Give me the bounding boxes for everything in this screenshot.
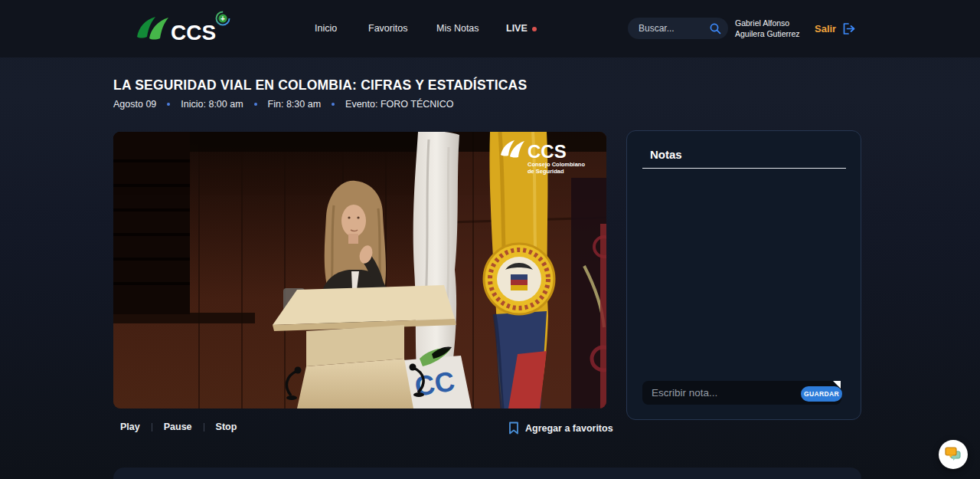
page-title: LA SEGURIDAD VIAL EN COLOMBIA: CIFRAS Y … bbox=[113, 77, 527, 94]
user-name: Gabriel Alfonso Aguilera Gutierrez bbox=[735, 18, 800, 39]
chat-bubbles-icon bbox=[944, 446, 962, 463]
meta-dot bbox=[167, 103, 170, 106]
play-button[interactable]: Play bbox=[120, 422, 140, 432]
app-root: CCS + Inicio Favoritos Mis Notas LIVE Ga… bbox=[0, 0, 980, 479]
live-label: LIVE bbox=[506, 23, 528, 34]
event-meta: Agosto 09 Inicio: 8:00 am Fin: 8:30 am E… bbox=[113, 99, 454, 110]
logout-icon bbox=[841, 22, 857, 35]
logout-button[interactable]: Salir bbox=[815, 22, 857, 35]
nav-item-mis-notas[interactable]: Mis Notas bbox=[436, 23, 479, 34]
live-indicator-dot bbox=[532, 27, 537, 31]
control-separator bbox=[204, 423, 204, 431]
top-navbar: CCS + Inicio Favoritos Mis Notas LIVE Ga… bbox=[0, 0, 980, 57]
event-start-time: Inicio: 8:00 am bbox=[181, 99, 243, 110]
ccs-logo[interactable]: CCS + bbox=[134, 11, 234, 48]
nav-item-inicio[interactable]: Inicio bbox=[315, 23, 337, 34]
watermark-caption2: de Seguridad bbox=[528, 168, 564, 175]
notes-panel: Notas GUARDAR bbox=[626, 130, 861, 420]
event-type: Evento: FORO TÉCNICO bbox=[345, 99, 453, 110]
nav-item-favoritos[interactable]: Favoritos bbox=[368, 23, 407, 34]
user-name-line2: Aguilera Gutierrez bbox=[735, 28, 800, 39]
add-to-favorites-button[interactable]: Agregar a favoritos bbox=[508, 422, 613, 435]
favorite-label: Agregar a favoritos bbox=[525, 423, 613, 434]
chat-widget-button[interactable] bbox=[939, 440, 968, 469]
nav-item-live[interactable]: LIVE bbox=[506, 23, 537, 34]
notes-title: Notas bbox=[650, 148, 682, 161]
search-input[interactable] bbox=[639, 23, 709, 34]
event-date: Agosto 09 bbox=[113, 99, 156, 110]
video-still: CC bbox=[113, 132, 606, 408]
plus-badge: + bbox=[220, 15, 225, 23]
pause-button[interactable]: Pause bbox=[164, 422, 192, 432]
stop-button[interactable]: Stop bbox=[216, 422, 237, 432]
save-note-button[interactable]: GUARDAR bbox=[801, 386, 842, 402]
video-controls: Play Pause Stop bbox=[120, 422, 237, 432]
bottom-section-panel bbox=[113, 468, 861, 479]
search-icon[interactable] bbox=[709, 22, 722, 35]
watermark-caption1: Consejo Colombiano bbox=[528, 161, 585, 168]
ccs-logo-icon: CCS + bbox=[134, 11, 234, 48]
user-name-line1: Gabriel Alfonso bbox=[735, 18, 800, 28]
search-box[interactable] bbox=[628, 18, 728, 39]
logout-label: Salir bbox=[815, 23, 836, 34]
watermark-brand: CCS bbox=[528, 141, 567, 162]
event-end-time: Fin: 8:30 am bbox=[268, 99, 321, 110]
brand-text: CCS bbox=[171, 21, 216, 44]
bookmark-icon bbox=[508, 422, 519, 435]
video-player[interactable]: CC bbox=[113, 132, 606, 408]
control-separator bbox=[152, 423, 152, 431]
notes-divider bbox=[642, 168, 846, 169]
meta-dot bbox=[254, 103, 257, 106]
meta-dot bbox=[332, 103, 335, 106]
